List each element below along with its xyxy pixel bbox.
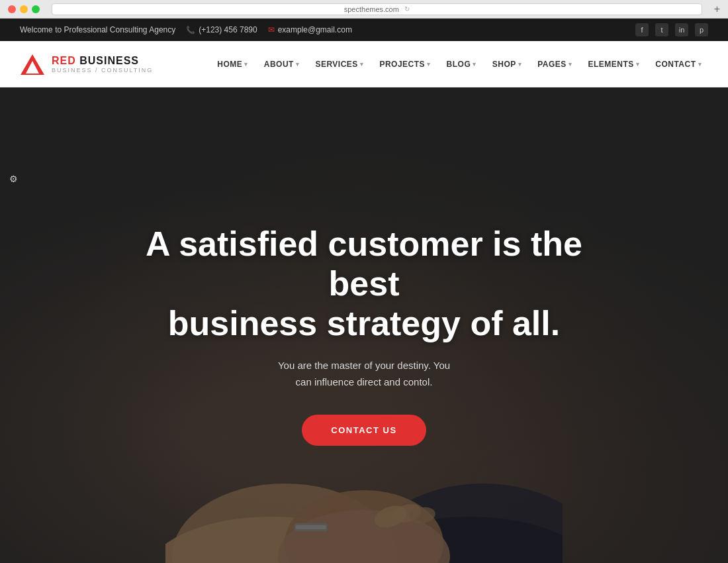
- facebook-icon[interactable]: f: [635, 23, 649, 36]
- nav-item-home[interactable]: HOME ▾: [210, 54, 255, 74]
- social-links: f t in p: [635, 23, 708, 36]
- browser-chrome: specthemes.com ↻ +: [0, 0, 728, 19]
- chevron-down-icon: ▾: [698, 61, 702, 68]
- instagram-icon[interactable]: in: [675, 23, 688, 36]
- logo-red: RED: [52, 55, 76, 66]
- nav-link-elements[interactable]: ELEMENTS ▾: [581, 54, 646, 74]
- nav-item-blog[interactable]: BLOG ▾: [440, 54, 483, 74]
- chevron-down-icon: ▾: [244, 61, 248, 68]
- chevron-down-icon: ▾: [636, 61, 640, 68]
- chevron-down-icon: ▾: [473, 61, 477, 68]
- refresh-icon[interactable]: ↻: [404, 5, 410, 13]
- close-button[interactable]: [8, 5, 16, 13]
- nav-link-contact[interactable]: CONTACT ▾: [649, 54, 708, 74]
- nav-link-shop[interactable]: SHOP ▾: [486, 54, 529, 74]
- main-navigation: RED BUSINESS BUSINESS / CONSULTING HOME …: [0, 41, 728, 87]
- top-bar: Welcome to Professional Consulting Agenc…: [0, 19, 728, 41]
- welcome-text: Welcome to Professional Consulting Agenc…: [20, 25, 175, 34]
- maximize-button[interactable]: [32, 5, 40, 13]
- new-tab-button[interactable]: +: [714, 4, 720, 15]
- nav-link-projects[interactable]: PROJECTS ▾: [373, 54, 437, 74]
- hero-section: ⚙ A satisfied customer is the best busin…: [0, 87, 728, 563]
- nav-link-blog[interactable]: BLOG ▾: [440, 54, 483, 74]
- logo-subtitle: BUSINESS / CONSULTING: [52, 67, 153, 74]
- phone-icon: 📞: [186, 26, 195, 34]
- site-logo[interactable]: RED BUSINESS BUSINESS / CONSULTING: [20, 53, 153, 76]
- chevron-down-icon: ▾: [427, 61, 431, 68]
- nav-item-services[interactable]: SERVICES ▾: [308, 54, 370, 74]
- chevron-down-icon: ▾: [360, 61, 364, 68]
- hero-heading: A satisfied customer is the best busines…: [146, 225, 582, 343]
- nav-item-shop[interactable]: SHOP ▾: [486, 54, 529, 74]
- hero-subtext: You are the master of your destiny. You …: [146, 357, 582, 391]
- address-bar[interactable]: specthemes.com ↻: [52, 3, 702, 15]
- logo-dark: BUSINESS: [79, 55, 139, 66]
- logo-text: RED BUSINESS BUSINESS / CONSULTING: [52, 55, 153, 74]
- nav-menu: HOME ▾ ABOUT ▾ SERVICES ▾ PROJECTS ▾ BLO: [210, 54, 708, 74]
- chevron-down-icon: ▾: [296, 61, 300, 68]
- nav-item-contact[interactable]: CONTACT ▾: [649, 54, 708, 74]
- nav-link-about[interactable]: ABOUT ▾: [257, 54, 306, 74]
- phone-contact: 📞 (+123) 456 7890: [186, 25, 257, 34]
- hero-content: A satisfied customer is the best busines…: [132, 225, 596, 445]
- logo-triangle-icon: [20, 53, 45, 76]
- chevron-down-icon: ▾: [518, 61, 522, 68]
- nav-item-projects[interactable]: PROJECTS ▾: [373, 54, 437, 74]
- nav-item-elements[interactable]: ELEMENTS ▾: [581, 54, 646, 74]
- nav-item-about[interactable]: ABOUT ▾: [257, 54, 306, 74]
- chevron-down-icon: ▾: [569, 61, 572, 68]
- pinterest-icon[interactable]: p: [695, 23, 708, 36]
- settings-gear-icon[interactable]: ⚙: [9, 174, 18, 184]
- nav-link-pages[interactable]: PAGES ▾: [531, 54, 578, 74]
- nav-link-home[interactable]: HOME ▾: [210, 54, 255, 74]
- minimize-button[interactable]: [20, 5, 28, 13]
- nav-link-services[interactable]: SERVICES ▾: [308, 54, 370, 74]
- email-icon: ✉: [268, 25, 275, 34]
- nav-item-pages[interactable]: PAGES ▾: [531, 54, 578, 74]
- contact-us-button[interactable]: CONTACT US: [302, 415, 426, 446]
- twitter-icon[interactable]: t: [655, 23, 668, 36]
- email-contact: ✉ example@gmail.com: [268, 25, 352, 34]
